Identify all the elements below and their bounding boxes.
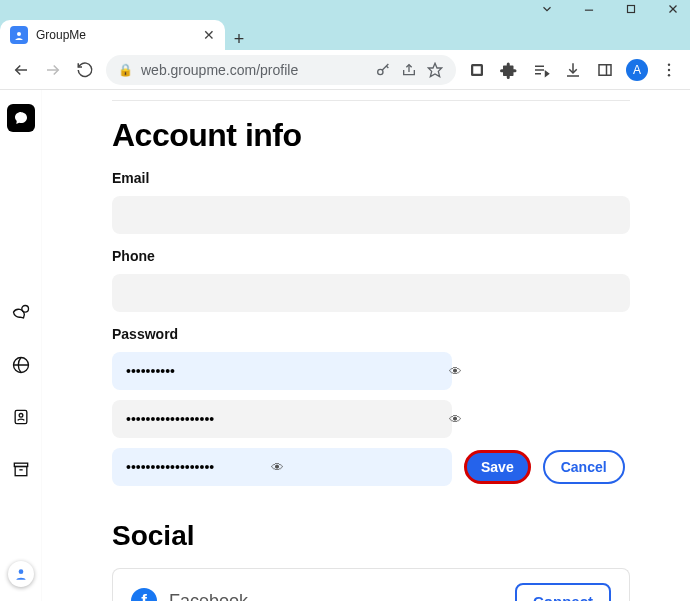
svg-rect-19 xyxy=(599,64,611,75)
archive-icon[interactable] xyxy=(10,458,32,480)
sidepanel-icon[interactable] xyxy=(594,59,616,81)
screenshot-icon[interactable] xyxy=(466,59,488,81)
new-tab-button[interactable]: + xyxy=(225,29,253,50)
phone-label: Phone xyxy=(112,248,630,264)
email-field[interactable] xyxy=(112,196,630,234)
key-icon[interactable] xyxy=(374,62,392,78)
contacts-icon[interactable] xyxy=(10,406,32,428)
app-viewport: Account info Email Phone Password 👁 👁 👁 … xyxy=(0,90,690,601)
chevron-down-icon[interactable] xyxy=(540,2,554,16)
tab-title: GroupMe xyxy=(36,28,86,42)
current-password-field[interactable] xyxy=(112,352,452,390)
eye-icon[interactable]: 👁 xyxy=(449,412,462,427)
groupme-favicon-icon xyxy=(10,26,28,44)
maximize-icon[interactable] xyxy=(624,2,638,16)
main-content: Account info Email Phone Password 👁 👁 👁 … xyxy=(42,90,690,601)
facebook-icon: f xyxy=(131,588,157,601)
chats-icon[interactable] xyxy=(10,302,32,324)
share-icon[interactable] xyxy=(400,62,418,78)
svg-point-23 xyxy=(668,74,670,76)
user-badge-icon[interactable] xyxy=(8,561,34,587)
discover-icon[interactable] xyxy=(10,354,32,376)
window-controls xyxy=(0,0,690,18)
facebook-label: Facebook xyxy=(169,591,515,602)
svg-point-4 xyxy=(17,32,21,36)
password-label: Password xyxy=(112,326,630,342)
media-icon[interactable] xyxy=(530,59,552,81)
svg-line-9 xyxy=(386,66,388,68)
browser-tabbar: GroupMe ✕ + xyxy=(0,18,690,50)
cancel-button[interactable]: Cancel xyxy=(543,450,625,484)
svg-point-7 xyxy=(378,69,383,74)
groupme-logo-icon[interactable] xyxy=(7,104,35,132)
save-button[interactable]: Save xyxy=(464,450,531,484)
svg-point-27 xyxy=(19,414,23,418)
lock-icon: 🔒 xyxy=(118,63,133,77)
svg-marker-11 xyxy=(428,63,441,76)
svg-rect-1 xyxy=(628,6,635,13)
star-icon[interactable] xyxy=(426,62,444,78)
kebab-menu-icon[interactable] xyxy=(658,59,680,81)
phone-field[interactable] xyxy=(112,274,630,312)
svg-rect-29 xyxy=(15,467,27,476)
app-sidebar xyxy=(0,90,42,601)
browser-tab[interactable]: GroupMe ✕ xyxy=(0,20,225,50)
svg-point-21 xyxy=(668,63,670,65)
address-bar[interactable]: 🔒 web.groupme.com/profile xyxy=(106,55,456,85)
browser-toolbar: 🔒 web.groupme.com/profile A xyxy=(0,50,690,90)
svg-point-22 xyxy=(668,68,670,70)
social-heading: Social xyxy=(112,520,630,552)
extensions-icon[interactable] xyxy=(498,59,520,81)
close-tab-icon[interactable]: ✕ xyxy=(203,27,215,43)
profile-avatar[interactable]: A xyxy=(626,59,648,81)
forward-button[interactable] xyxy=(42,59,64,81)
account-info-heading: Account info xyxy=(112,117,630,154)
facebook-row: f Facebook Connect xyxy=(112,568,630,601)
svg-point-31 xyxy=(18,569,23,574)
reload-button[interactable] xyxy=(74,59,96,81)
download-icon[interactable] xyxy=(562,59,584,81)
new-password-field[interactable] xyxy=(112,400,452,438)
svg-point-24 xyxy=(21,306,28,313)
eye-icon[interactable]: 👁 xyxy=(449,364,462,379)
email-label: Email xyxy=(112,170,630,186)
divider xyxy=(112,100,630,101)
back-button[interactable] xyxy=(10,59,32,81)
minimize-icon[interactable] xyxy=(582,2,596,16)
svg-rect-13 xyxy=(473,66,481,74)
eye-icon[interactable]: 👁 xyxy=(271,460,284,475)
close-window-icon[interactable] xyxy=(666,2,680,16)
url-text: web.groupme.com/profile xyxy=(141,62,366,78)
connect-button[interactable]: Connect xyxy=(515,583,611,601)
